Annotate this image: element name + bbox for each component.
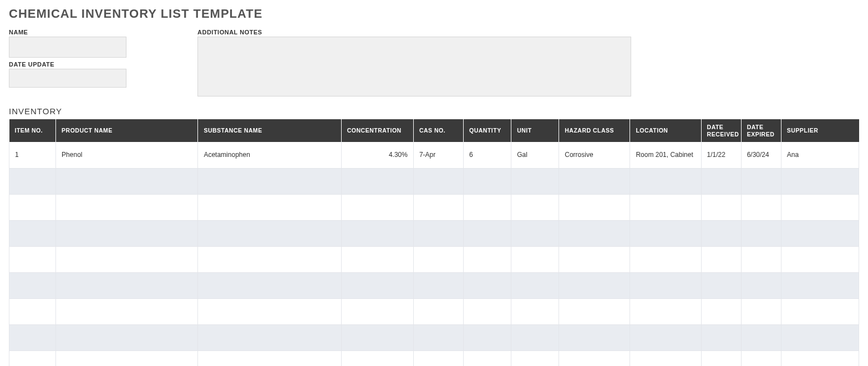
cell-concentration[interactable] [341, 272, 413, 298]
cell-quantity[interactable] [464, 272, 511, 298]
cell-date_received[interactable] [701, 324, 741, 350]
cell-supplier[interactable] [781, 350, 859, 366]
cell-location[interactable] [630, 324, 701, 350]
cell-location[interactable] [630, 350, 701, 366]
cell-date_expired[interactable] [741, 350, 781, 366]
cell-item_no[interactable] [9, 246, 56, 272]
cell-quantity[interactable] [464, 246, 511, 272]
cell-unit[interactable] [511, 272, 559, 298]
notes-input[interactable] [197, 37, 631, 96]
cell-hazard_class[interactable] [559, 324, 630, 350]
cell-item_no[interactable] [9, 220, 56, 246]
cell-quantity[interactable] [464, 324, 511, 350]
cell-concentration[interactable] [341, 168, 413, 194]
cell-quantity[interactable] [464, 350, 511, 366]
cell-substance_name[interactable] [198, 194, 341, 220]
cell-product_name[interactable] [56, 324, 198, 350]
cell-product_name[interactable]: Phenol [56, 142, 198, 168]
cell-product_name[interactable] [56, 298, 198, 324]
cell-substance_name[interactable] [198, 350, 341, 366]
cell-cas_no[interactable] [413, 324, 463, 350]
name-input[interactable] [9, 37, 126, 58]
cell-date_expired[interactable] [741, 220, 781, 246]
cell-date_received[interactable] [701, 168, 741, 194]
cell-date_expired[interactable] [741, 272, 781, 298]
cell-substance_name[interactable] [198, 246, 341, 272]
cell-date_expired[interactable] [741, 298, 781, 324]
cell-concentration[interactable] [341, 350, 413, 366]
cell-cas_no[interactable]: 7-Apr [413, 142, 463, 168]
cell-hazard_class[interactable] [559, 272, 630, 298]
cell-supplier[interactable] [781, 194, 859, 220]
cell-date_received[interactable] [701, 272, 741, 298]
cell-cas_no[interactable] [413, 220, 463, 246]
cell-concentration[interactable] [341, 220, 413, 246]
cell-cas_no[interactable] [413, 168, 463, 194]
cell-unit[interactable] [511, 350, 559, 366]
cell-location[interactable] [630, 298, 701, 324]
cell-date_expired[interactable]: 6/30/24 [741, 142, 781, 168]
cell-product_name[interactable] [56, 168, 198, 194]
cell-substance_name[interactable] [198, 298, 341, 324]
cell-substance_name[interactable] [198, 324, 341, 350]
cell-date_expired[interactable] [741, 168, 781, 194]
cell-item_no[interactable] [9, 350, 56, 366]
cell-unit[interactable] [511, 246, 559, 272]
cell-hazard_class[interactable] [559, 246, 630, 272]
cell-concentration[interactable] [341, 246, 413, 272]
cell-substance_name[interactable] [198, 220, 341, 246]
cell-quantity[interactable] [464, 194, 511, 220]
cell-supplier[interactable] [781, 298, 859, 324]
cell-quantity[interactable] [464, 220, 511, 246]
cell-item_no[interactable] [9, 168, 56, 194]
cell-item_no[interactable] [9, 324, 56, 350]
cell-concentration[interactable] [341, 324, 413, 350]
cell-date_received[interactable] [701, 220, 741, 246]
cell-unit[interactable] [511, 168, 559, 194]
cell-location[interactable]: Room 201, Cabinet [630, 142, 701, 168]
cell-supplier[interactable] [781, 246, 859, 272]
cell-date_received[interactable] [701, 298, 741, 324]
cell-substance_name[interactable] [198, 272, 341, 298]
cell-location[interactable] [630, 246, 701, 272]
cell-cas_no[interactable] [413, 298, 463, 324]
cell-date_received[interactable] [701, 350, 741, 366]
cell-supplier[interactable] [781, 324, 859, 350]
cell-hazard_class[interactable] [559, 194, 630, 220]
cell-hazard_class[interactable] [559, 220, 630, 246]
cell-hazard_class[interactable]: Corrosive [559, 142, 630, 168]
cell-cas_no[interactable] [413, 272, 463, 298]
cell-unit[interactable] [511, 298, 559, 324]
date-update-input[interactable] [9, 69, 126, 88]
cell-supplier[interactable] [781, 272, 859, 298]
cell-cas_no[interactable] [413, 246, 463, 272]
cell-item_no[interactable] [9, 272, 56, 298]
cell-location[interactable] [630, 272, 701, 298]
cell-unit[interactable]: Gal [511, 142, 559, 168]
cell-date_expired[interactable] [741, 246, 781, 272]
cell-product_name[interactable] [56, 194, 198, 220]
cell-item_no[interactable]: 1 [9, 142, 56, 168]
cell-quantity[interactable]: 6 [464, 142, 511, 168]
cell-concentration[interactable] [341, 298, 413, 324]
cell-cas_no[interactable] [413, 194, 463, 220]
cell-date_received[interactable]: 1/1/22 [701, 142, 741, 168]
cell-substance_name[interactable]: Acetaminophen [198, 142, 341, 168]
cell-unit[interactable] [511, 194, 559, 220]
cell-supplier[interactable]: Ana [781, 142, 859, 168]
cell-item_no[interactable] [9, 298, 56, 324]
cell-hazard_class[interactable] [559, 168, 630, 194]
cell-quantity[interactable] [464, 298, 511, 324]
cell-product_name[interactable] [56, 272, 198, 298]
cell-hazard_class[interactable] [559, 350, 630, 366]
cell-date_received[interactable] [701, 246, 741, 272]
cell-product_name[interactable] [56, 350, 198, 366]
cell-concentration[interactable]: 4.30% [341, 142, 413, 168]
cell-substance_name[interactable] [198, 168, 341, 194]
cell-unit[interactable] [511, 220, 559, 246]
cell-concentration[interactable] [341, 194, 413, 220]
cell-date_expired[interactable] [741, 324, 781, 350]
cell-location[interactable] [630, 168, 701, 194]
cell-date_received[interactable] [701, 194, 741, 220]
cell-unit[interactable] [511, 324, 559, 350]
